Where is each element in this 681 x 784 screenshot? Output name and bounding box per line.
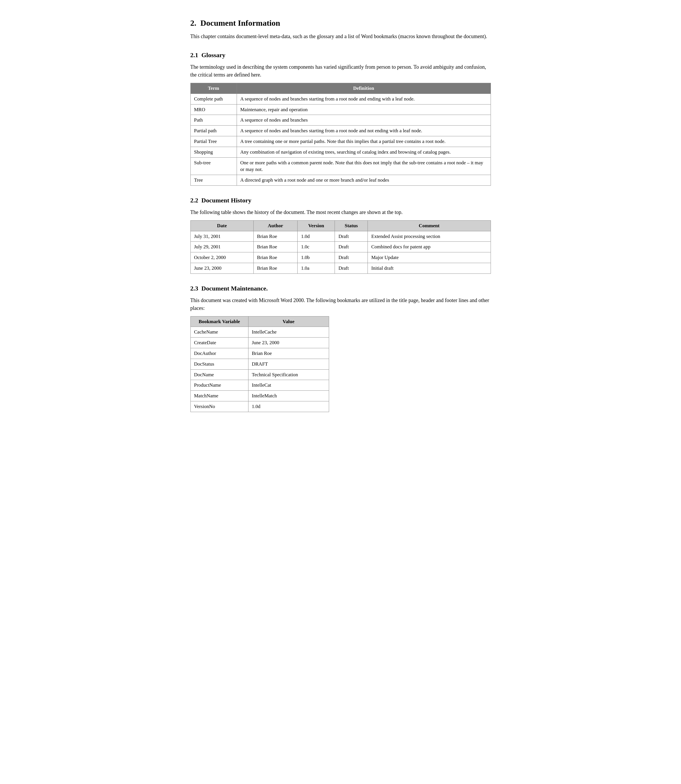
bookmark-cell: Technical Specification: [248, 369, 329, 380]
subsection-1-title-text: Glossary: [201, 51, 225, 58]
bookmark-cell: Brian Roe: [248, 348, 329, 359]
history-cell: June 23, 2000: [190, 263, 253, 273]
glossary-definition: A directed graph with a root node and on…: [237, 175, 491, 186]
bookmark-row: CreateDateJune 23, 2000: [190, 338, 329, 348]
subsection-2-title: 2.2 Document History: [190, 196, 491, 205]
bookmark-cell: June 23, 2000: [248, 338, 329, 348]
bookmark-cell: VersionNo: [190, 401, 248, 412]
bookmark-cell: CreateDate: [190, 338, 248, 348]
bookmark-header-row: Bookmark Variable Value: [190, 316, 329, 327]
glossary-term: Partial Tree: [190, 136, 237, 147]
glossary-term: Path: [190, 115, 237, 126]
glossary-header-row: Term Definition: [190, 83, 491, 93]
glossary-row: Partial TreeA tree containing one or mor…: [190, 136, 491, 147]
bookmark-cell: DRAFT: [248, 359, 329, 369]
history-cell: Brian Roe: [253, 252, 297, 263]
bookmark-cell: IntelleCache: [248, 327, 329, 338]
subsection-2-title-text: Document History: [201, 197, 251, 204]
bookmark-cell: MatchName: [190, 391, 248, 401]
bookmark-cell: ProductName: [190, 380, 248, 391]
history-cell: 1.0d: [298, 231, 335, 242]
section-number: 2.: [190, 19, 196, 27]
bookmark-cell: IntelleCat: [248, 380, 329, 391]
bookmark-row: MatchNameIntelleMatch: [190, 391, 329, 401]
history-table: Date Author Version Status Comment July …: [190, 220, 491, 274]
history-cell: Brian Roe: [253, 263, 297, 273]
bookmark-cell: CacheName: [190, 327, 248, 338]
glossary-row: Complete pathA sequence of nodes and bra…: [190, 93, 491, 104]
subsection-3-title-text: Document Maintenance.: [201, 285, 268, 292]
history-cell: Draft: [335, 242, 368, 252]
glossary-definition: A tree containing one or more partial pa…: [237, 136, 491, 147]
history-cell: Draft: [335, 252, 368, 263]
glossary-definition: A sequence of nodes and branches startin…: [237, 93, 491, 104]
bookmark-row: ProductNameIntelleCat: [190, 380, 329, 391]
history-cell: Major Update: [368, 252, 491, 263]
glossary-col-definition: Definition: [237, 83, 491, 93]
bookmark-cell: 1.0d: [248, 401, 329, 412]
subsection-1-title: 2.1 Glossary: [190, 51, 491, 60]
history-col-date: Date: [190, 220, 253, 231]
history-cell: Draft: [335, 231, 368, 242]
subsection-2-number: 2.2: [190, 197, 198, 204]
glossary-definition: A sequence of nodes and branches startin…: [237, 126, 491, 136]
history-col-author: Author: [253, 220, 297, 231]
history-cell: 1.0b: [298, 252, 335, 263]
glossary-intro: The terminology used in describing the s…: [190, 63, 491, 79]
history-cell: July 31, 2001: [190, 231, 253, 242]
glossary-row: Partial pathA sequence of nodes and bran…: [190, 126, 491, 136]
history-col-status: Status: [335, 220, 368, 231]
glossary-term: Sub-tree: [190, 157, 237, 175]
subsection-3-number: 2.3: [190, 285, 198, 292]
glossary-definition: One or more paths with a common parent n…: [237, 157, 491, 175]
history-cell: Brian Roe: [253, 231, 297, 242]
history-cell: July 29, 2001: [190, 242, 253, 252]
bookmark-row: DocNameTechnical Specification: [190, 369, 329, 380]
history-row: July 29, 2001Brian Roe1.0cDraftCombined …: [190, 242, 491, 252]
history-cell: Brian Roe: [253, 242, 297, 252]
bookmark-col-value: Value: [248, 316, 329, 327]
history-cell: 1.0a: [298, 263, 335, 273]
glossary-term: Partial path: [190, 126, 237, 136]
glossary-term: MRO: [190, 104, 237, 115]
history-row: July 31, 2001Brian Roe1.0dDraftExtended …: [190, 231, 491, 242]
history-cell: 1.0c: [298, 242, 335, 252]
history-header-row: Date Author Version Status Comment: [190, 220, 491, 231]
history-cell: Extended Assist processing section: [368, 231, 491, 242]
glossary-row: ShoppingAny combination of navigation of…: [190, 147, 491, 157]
bookmark-cell: DocAuthor: [190, 348, 248, 359]
bookmark-row: CacheNameIntelleCache: [190, 327, 329, 338]
bookmark-row: DocStatusDRAFT: [190, 359, 329, 369]
history-cell: October 2, 2000: [190, 252, 253, 263]
history-row: June 23, 2000Brian Roe1.0aDraftInitial d…: [190, 263, 491, 273]
glossary-row: Sub-treeOne or more paths with a common …: [190, 157, 491, 175]
glossary-row: TreeA directed graph with a root node an…: [190, 175, 491, 186]
maintenance-intro: This document was created with Microsoft…: [190, 297, 491, 312]
bookmark-cell: DocName: [190, 369, 248, 380]
history-intro: The following table shows the history of…: [190, 209, 491, 216]
bookmark-cell: DocStatus: [190, 359, 248, 369]
bookmark-row: VersionNo1.0d: [190, 401, 329, 412]
glossary-definition: Maintenance, repair and operation: [237, 104, 491, 115]
bookmark-cell: IntelleMatch: [248, 391, 329, 401]
bookmark-row: DocAuthorBrian Roe: [190, 348, 329, 359]
bookmark-col-variable: Bookmark Variable: [190, 316, 248, 327]
history-col-comment: Comment: [368, 220, 491, 231]
history-cell: Initial draft: [368, 263, 491, 273]
section-intro: This chapter contains document-level met…: [190, 33, 491, 40]
glossary-definition: Any combination of navigation of existin…: [237, 147, 491, 157]
glossary-table: Term Definition Complete pathA sequence …: [190, 83, 491, 186]
glossary-definition: A sequence of nodes and branches: [237, 115, 491, 126]
glossary-row: MROMaintenance, repair and operation: [190, 104, 491, 115]
subsection-3-title: 2.3 Document Maintenance.: [190, 284, 491, 293]
history-col-version: Version: [298, 220, 335, 231]
glossary-term: Tree: [190, 175, 237, 186]
glossary-term: Complete path: [190, 93, 237, 104]
history-cell: Combined docs for patent app: [368, 242, 491, 252]
glossary-row: PathA sequence of nodes and branches: [190, 115, 491, 126]
subsection-1-number: 2.1: [190, 51, 198, 58]
bookmark-table: Bookmark Variable Value CacheNameIntelle…: [190, 316, 329, 412]
section-title: 2. Document Information: [190, 17, 491, 28]
glossary-col-term: Term: [190, 83, 237, 93]
glossary-term: Shopping: [190, 147, 237, 157]
